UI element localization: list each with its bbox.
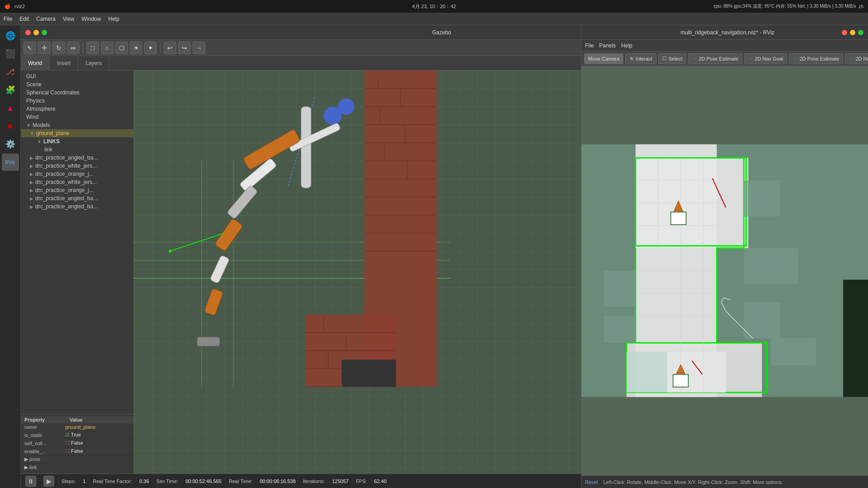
prop-row-selfcoll[interactable]: self_coll... ☐ False: [21, 439, 133, 447]
2d-pose-estimate-btn-2[interactable]: → 2D Pose Estimate: [789, 56, 843, 64]
tree-item-ground-plane[interactable]: ▼ ground_plane: [21, 129, 133, 137]
svg-rect-51: [744, 180, 780, 216]
menu-file[interactable]: File: [4, 16, 12, 22]
2d-nav-goal-btn-2[interactable]: → 2D Nav Goal: [845, 56, 868, 64]
tree-item-scene[interactable]: Scene: [21, 80, 133, 89]
maximize-button[interactable]: [42, 30, 47, 35]
2d-nav-goal-btn-1[interactable]: → 2D Nav Goal: [744, 56, 787, 64]
svg-rect-16: [197, 337, 220, 346]
sidebar-extensions[interactable]: 🧩: [2, 81, 19, 99]
interact-btn[interactable]: 🖱 Interact: [625, 56, 656, 64]
rotate-tool[interactable]: ↻: [52, 42, 65, 54]
sidebar-chrome[interactable]: 🌐: [2, 27, 19, 44]
fps-label: FPS:: [356, 479, 367, 484]
checkbox-icon[interactable]: ☐: [65, 440, 70, 446]
step-btn[interactable]: ▶: [43, 476, 54, 487]
prop-enable-label: enable_...: [23, 448, 63, 455]
sphere-tool[interactable]: ○: [101, 42, 113, 54]
prop-pose-label: ▶ pose: [23, 456, 63, 463]
tree-label: drc_practice_angled_ba...: [35, 195, 98, 202]
move-camera-btn[interactable]: Move Camera: [584, 56, 623, 64]
tab-insert[interactable]: Insert: [50, 56, 78, 70]
real-time-label: Real Time:: [229, 479, 253, 484]
pause-btn[interactable]: ⏸: [25, 476, 36, 487]
tree-item-drc5[interactable]: ▶ drc_practice_orange_j...: [21, 186, 133, 194]
left-sidebar: 🌐 ⬛ ⎇ 🧩 ▲ ■ ⚙️ RViz: [0, 25, 21, 488]
apple-icon[interactable]: 🍎: [5, 4, 11, 9]
tree-item-drc4[interactable]: ▶ drc_practice_white_jers...: [21, 178, 133, 186]
expand-arrow: ▼: [30, 131, 34, 136]
sidebar-git[interactable]: ⎇: [2, 63, 19, 80]
iterations-label: Iterations:: [303, 479, 325, 484]
sidebar-vscode[interactable]: ⬛: [2, 45, 19, 62]
menu-window[interactable]: Window: [82, 16, 101, 22]
prop-row-link[interactable]: ▶ link: [21, 464, 133, 472]
prop-selfcoll-value: ☐ False: [63, 440, 132, 446]
sidebar-settings[interactable]: ⚙️: [2, 136, 19, 153]
nav-goal-icon-2: →: [849, 56, 854, 61]
cursor-tool[interactable]: ↖: [24, 42, 36, 54]
tree-item-drc6[interactable]: ▶ drc_practice_angled_ba...: [21, 194, 133, 202]
menu-edit[interactable]: Edit: [19, 16, 29, 22]
tree-item-drc2[interactable]: ▶ drc_practice_white_jers...: [21, 162, 133, 170]
select-btn[interactable]: ☐ Select: [658, 56, 687, 64]
tree-item-links[interactable]: ▼ LINKS: [21, 137, 133, 145]
close-button[interactable]: [25, 30, 31, 35]
svg-rect-42: [342, 360, 396, 387]
map-canvas: [581, 66, 868, 475]
translate-tool[interactable]: ✛: [38, 42, 51, 54]
steps-label: Steps:: [61, 479, 75, 484]
cylinder-tool[interactable]: ⬡: [115, 42, 128, 54]
menu-view[interactable]: View: [63, 16, 75, 22]
tree-item-atmosphere[interactable]: Atmosphere: [21, 105, 133, 113]
checkbox-icon[interactable]: ☑: [65, 432, 70, 437]
expand-arrow: ▶: [30, 164, 33, 169]
tree-label: Atmosphere: [26, 106, 56, 112]
status-hint: Left-Click: Rotate. Middle-Click: Move X…: [604, 479, 783, 485]
tree-item-link[interactable]: link: [21, 145, 133, 154]
prop-pose-value: [63, 459, 132, 460]
prop-row-isstatic[interactable]: is_static ☑ True: [21, 431, 133, 439]
sidebar-rviz[interactable]: RViz: [2, 154, 19, 171]
rviz-toolbar: Move Camera 🖱 Interact ☐ Select → 2D Pos…: [581, 56, 868, 66]
tree-item-gui[interactable]: GUI: [21, 72, 133, 80]
tree-item-drc7[interactable]: ▶ drc_practice_angled_ba...: [21, 202, 133, 211]
menu-camera[interactable]: Camera: [36, 16, 56, 22]
real-time-value: 00:00:06:16.538: [260, 479, 296, 484]
tree-item-models[interactable]: ▼ Models: [21, 121, 133, 129]
tree-label: Physics: [26, 98, 45, 104]
app-menubar: File Edit Camera View Window Help: [0, 13, 868, 25]
prop-row-enable[interactable]: enable_... ☐ False: [21, 447, 133, 455]
tree-item-drc3[interactable]: ▶ drc_practice_orange_j...: [21, 170, 133, 178]
scale-tool[interactable]: ⇔: [67, 42, 80, 54]
tree-item-spherical[interactable]: Spherical Coordinates: [21, 89, 133, 97]
sidebar-robot[interactable]: ▲: [2, 99, 19, 117]
svg-rect-57: [843, 280, 868, 397]
point-light[interactable]: ✦: [144, 42, 157, 54]
prop-isstatic-label: is_static: [23, 432, 63, 438]
redo-btn[interactable]: ↪: [178, 42, 191, 54]
prop-row-pose[interactable]: ▶ pose: [21, 455, 133, 464]
map-view[interactable]: [581, 66, 868, 475]
nav-goal-icon: →: [748, 56, 753, 61]
rtf-value: 0.36: [139, 479, 149, 484]
light-tool[interactable]: ☀: [130, 42, 142, 54]
sidebar-terminal[interactable]: ■: [2, 117, 19, 135]
tree-item-wind[interactable]: Wind: [21, 113, 133, 121]
undo-btn[interactable]: ↩: [164, 42, 176, 54]
expand-arrow: ▶: [30, 188, 33, 193]
tab-layers[interactable]: Layers: [78, 56, 109, 70]
tree-item-drc1[interactable]: ▶ drc_practice_angled_ba...: [21, 154, 133, 162]
box-tool[interactable]: □: [86, 42, 99, 54]
minimize-button[interactable]: [33, 30, 39, 35]
tree-item-physics[interactable]: Physics: [21, 97, 133, 105]
reset-btn[interactable]: Reset: [585, 479, 598, 485]
redo-arrow[interactable]: →: [193, 42, 205, 54]
checkbox-icon[interactable]: ☐: [65, 448, 70, 454]
tab-world[interactable]: World: [21, 56, 50, 70]
2d-pose-estimate-btn-1[interactable]: → 2D Pose Estimate: [688, 56, 742, 64]
prop-col-property: Property: [24, 417, 70, 422]
prop-row-name[interactable]: name ground_plane: [21, 423, 133, 431]
svg-rect-14: [210, 255, 229, 284]
menu-help[interactable]: Help: [108, 16, 119, 22]
